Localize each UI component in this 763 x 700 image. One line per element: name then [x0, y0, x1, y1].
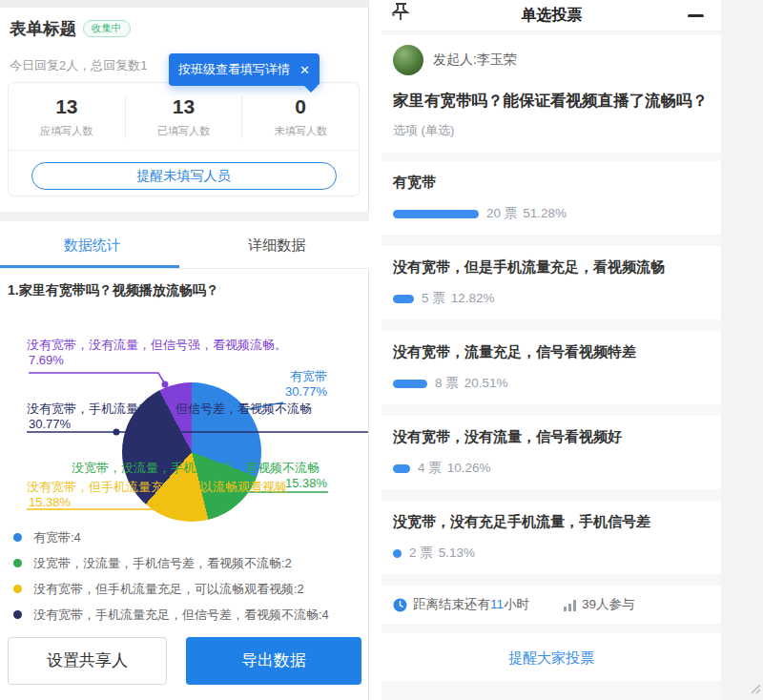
- top-strip: [0, 0, 369, 8]
- callout-blue-text: 有宽带: [285, 369, 327, 384]
- pie-chart-area: 没有宽带，没有流量，但信号强，看视频流畅。 7.69% 有宽带 30.77% 没…: [0, 315, 369, 534]
- legend-label: 没有宽带，手机流量充足，但信号差，看视频不流畅:4: [33, 607, 329, 624]
- vote-count: 2 票: [409, 546, 433, 560]
- option-result-row: 2 票5.13%: [393, 545, 710, 562]
- remind-unfilled-button[interactable]: 提醒未填写人员: [31, 162, 337, 190]
- class-view-tooltip[interactable]: 按班级查看填写详情 ✕: [169, 53, 320, 86]
- tab-bar: 数据统计 详细数据: [0, 221, 369, 269]
- vote-percent: 20.51%: [464, 376, 508, 390]
- vote-bar: [393, 380, 427, 388]
- chart-question: 1.家里有宽带吗？视频播放流畅吗？: [8, 282, 219, 299]
- option-meta: 8 票20.51%: [435, 375, 508, 392]
- stat-expected: 13 应填写人数: [9, 95, 126, 138]
- countdown-value: 11: [490, 597, 504, 611]
- poll-title: 单选投票: [416, 6, 688, 26]
- avatar: [393, 45, 423, 75]
- callout-purple-text: 没有宽带，没有流量，但信号强，看视频流畅。: [27, 338, 287, 353]
- vote-percent: 10.26%: [447, 461, 491, 475]
- option-result-row: 4 票10.26%: [393, 460, 710, 477]
- collecting-status-badge: 收集中: [83, 20, 131, 37]
- vote-percent: 5.13%: [439, 546, 475, 560]
- option-meta: 2 票5.13%: [409, 545, 475, 562]
- poll-option-card[interactable]: 没有宽带，没有流量，信号看视频好 4 票10.26%: [382, 416, 721, 489]
- close-icon[interactable]: ✕: [299, 63, 310, 77]
- poll-footer: 距离结束还有11小时 39人参与: [382, 586, 721, 624]
- callout-yellow-text: 没有宽带，但手机流量充足，可以流畅观看视频: [27, 480, 287, 495]
- vote-count: 20 票: [486, 206, 517, 220]
- set-sharers-button[interactable]: 设置共享人: [8, 637, 167, 685]
- countdown-suffix: 小时: [504, 597, 529, 611]
- app-window: 表单标题 收集中 今日回复2人，总回复数1 按班级查看填写详情 ✕ 13 应填写…: [0, 0, 763, 700]
- callout-blue-pct: 30.77%: [285, 384, 327, 400]
- resize-grip[interactable]: [748, 681, 761, 694]
- poll-header: 单选投票: [382, 0, 721, 31]
- countdown-prefix: 距离结束还有: [413, 597, 490, 611]
- option-meta: 20 票51.28%: [486, 205, 567, 222]
- callout-navy-pct: 30.77%: [29, 417, 71, 432]
- legend: 有宽带:4 没宽带，没流量，手机信号差，看视频不流畅:2 没有宽带，但手机流量充…: [13, 525, 364, 628]
- vote-percent: 51.28%: [523, 206, 567, 220]
- stat-value: 13: [126, 95, 242, 118]
- legend-dot-icon: [13, 610, 22, 619]
- option-label: 没有宽带，流量充足，信号看视频特差: [393, 343, 710, 360]
- vote-count: 5 票: [422, 291, 445, 305]
- options-label: 选项 (单选): [393, 122, 710, 139]
- poll-question: 家里有宽带吗？能保证看视频直播了流畅吗？: [393, 89, 711, 113]
- poll-option-card[interactable]: 有宽带 20 票51.28%: [382, 161, 721, 235]
- tab-detailed-data[interactable]: 详细数据: [185, 221, 370, 268]
- countdown-text: 距离结束还有11小时: [413, 596, 529, 613]
- callout-green-pct: 15.38%: [285, 476, 327, 491]
- legend-dot-icon: [13, 533, 22, 542]
- option-meta: 4 票10.26%: [418, 460, 491, 477]
- option-label: 有宽带: [393, 174, 710, 191]
- option-label: 没有宽带，没有流量，信号看视频好: [393, 428, 710, 445]
- callout-purple-pct: 7.69%: [29, 353, 64, 368]
- bar-chart-icon: [564, 599, 577, 611]
- poll-option-card[interactable]: 没有宽带，流量充足，信号看视频特差 8 票20.51%: [382, 331, 721, 404]
- poll-intro-card: 发起人:李玉荣 家里有宽带吗？能保证看视频直播了流畅吗？ 选项 (单选): [382, 35, 721, 153]
- remind-link-row: 提醒大家投票: [382, 633, 721, 681]
- legend-item: 没有宽带，手机流量充足，但信号差，看视频不流畅:4: [13, 602, 364, 628]
- legend-item: 没有宽带，但手机流量充足，可以流畅观看视频:2: [13, 576, 364, 602]
- form-title: 表单标题: [10, 17, 76, 40]
- stat-filled: 13 已填写人数: [126, 95, 243, 138]
- initiator-row: 发起人:李玉荣: [393, 45, 710, 75]
- vote-bar: [393, 295, 414, 303]
- stats-row: 13 应填写人数 13 已填写人数 0 未填写人数: [9, 95, 359, 138]
- initiator-name: 发起人:李玉荣: [433, 51, 517, 69]
- export-data-button[interactable]: 导出数据: [186, 637, 361, 685]
- vote-percent: 12.82%: [451, 291, 495, 305]
- callout-navy-text: 没有宽带，手机流量充足，但信号差，看视频不流畅: [27, 401, 312, 417]
- form-stats-panel: 表单标题 收集中 今日回复2人，总回复数1 按班级查看填写详情 ✕ 13 应填写…: [0, 0, 369, 700]
- vote-bar: [393, 210, 479, 218]
- option-result-row: 5 票12.82%: [393, 290, 710, 307]
- legend-label: 没有宽带，但手机流量充足，可以流畅观看视频:2: [33, 581, 304, 598]
- option-result-row: 20 票51.28%: [393, 205, 710, 222]
- section-gap: [0, 212, 369, 221]
- tab-data-statistics[interactable]: 数据统计: [0, 221, 185, 268]
- remind-everyone-link[interactable]: 提醒大家投票: [508, 649, 594, 668]
- stat-unfilled: 0 未填写人数: [242, 95, 359, 138]
- vote-count: 4 票: [418, 461, 442, 475]
- poll-option-card[interactable]: 没宽带，没有充足手机流量，手机信号差 2 票5.13%: [382, 501, 721, 574]
- stat-value: 0: [242, 95, 359, 118]
- poll-panel: 单选投票 发起人:李玉荣 家里有宽带吗？能保证看视频直播了流畅吗？ 选项 (单选…: [382, 0, 721, 700]
- stat-label: 已填写人数: [126, 124, 242, 138]
- option-result-row: 8 票20.51%: [393, 375, 710, 392]
- right-gutter: [721, 0, 763, 700]
- tooltip-text: 按班级查看填写详情: [178, 61, 290, 78]
- stat-label: 未填写人数: [242, 124, 359, 138]
- fill-stats-card: 13 应填写人数 13 已填写人数 0 未填写人数 提醒未填写人员: [8, 82, 360, 196]
- form-title-row: 表单标题 收集中: [10, 17, 131, 40]
- stat-label: 应填写人数: [9, 124, 125, 138]
- option-meta: 5 票12.82%: [422, 290, 495, 307]
- legend-label: 没宽带，没流量，手机信号差，看视频不流畅:2: [33, 555, 292, 572]
- pushpin-icon[interactable]: [391, 2, 416, 29]
- vote-count: 8 票: [435, 376, 459, 390]
- poll-option-card[interactable]: 没有宽带，但是手机流量充足，看视频流畅 5 票12.82%: [382, 246, 721, 319]
- legend-item: 没宽带，没流量，手机信号差，看视频不流畅:2: [13, 550, 364, 576]
- minimize-icon[interactable]: [688, 14, 704, 17]
- legend-dot-icon: [13, 585, 22, 593]
- poll-options: 有宽带 20 票51.28% 没有宽带，但是手机流量充足，看视频流畅 5 票12…: [382, 161, 721, 574]
- bottom-buttons: 设置共享人 导出数据: [8, 637, 361, 685]
